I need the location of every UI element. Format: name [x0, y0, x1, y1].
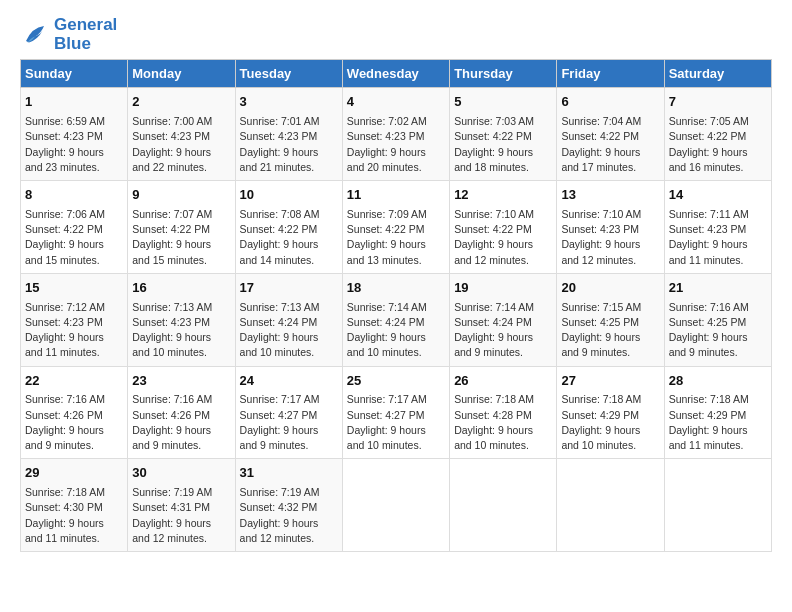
sunset-text: Sunset: 4:22 PM: [454, 223, 532, 235]
sunrise-text: Sunrise: 7:11 AM: [669, 208, 749, 220]
header-saturday: Saturday: [664, 60, 771, 88]
logo: General Blue: [20, 16, 117, 53]
daylight-text: Daylight: 9 hours and 18 minutes.: [454, 146, 533, 173]
day-number: 15: [25, 279, 123, 298]
sunrise-text: Sunrise: 7:00 AM: [132, 115, 212, 127]
daylight-text: Daylight: 9 hours and 21 minutes.: [240, 146, 319, 173]
calendar-cell: 13Sunrise: 7:10 AMSunset: 4:23 PMDayligh…: [557, 181, 664, 274]
sunset-text: Sunset: 4:25 PM: [561, 316, 639, 328]
sunset-text: Sunset: 4:22 PM: [454, 130, 532, 142]
sunset-text: Sunset: 4:22 PM: [25, 223, 103, 235]
sunrise-text: Sunrise: 7:14 AM: [347, 301, 427, 313]
sunrise-text: Sunrise: 7:12 AM: [25, 301, 105, 313]
header-sunday: Sunday: [21, 60, 128, 88]
sunrise-text: Sunrise: 7:02 AM: [347, 115, 427, 127]
sunrise-text: Sunrise: 6:59 AM: [25, 115, 105, 127]
daylight-text: Daylight: 9 hours and 9 minutes.: [669, 331, 748, 358]
day-number: 19: [454, 279, 552, 298]
sunset-text: Sunset: 4:30 PM: [25, 501, 103, 513]
calendar-cell: 16Sunrise: 7:13 AMSunset: 4:23 PMDayligh…: [128, 273, 235, 366]
calendar-cell: 19Sunrise: 7:14 AMSunset: 4:24 PMDayligh…: [450, 273, 557, 366]
sunset-text: Sunset: 4:23 PM: [561, 223, 639, 235]
sunrise-text: Sunrise: 7:03 AM: [454, 115, 534, 127]
calendar-cell: 22Sunrise: 7:16 AMSunset: 4:26 PMDayligh…: [21, 366, 128, 459]
sunset-text: Sunset: 4:23 PM: [132, 316, 210, 328]
calendar-cell: 6Sunrise: 7:04 AMSunset: 4:22 PMDaylight…: [557, 88, 664, 181]
sunset-text: Sunset: 4:23 PM: [25, 316, 103, 328]
day-number: 11: [347, 186, 445, 205]
sunset-text: Sunset: 4:29 PM: [669, 409, 747, 421]
day-number: 6: [561, 93, 659, 112]
header-tuesday: Tuesday: [235, 60, 342, 88]
daylight-text: Daylight: 9 hours and 16 minutes.: [669, 146, 748, 173]
day-number: 3: [240, 93, 338, 112]
sunrise-text: Sunrise: 7:16 AM: [132, 393, 212, 405]
sunset-text: Sunset: 4:22 PM: [240, 223, 318, 235]
logo-text: General Blue: [54, 16, 117, 53]
calendar-cell: [557, 459, 664, 552]
header-thursday: Thursday: [450, 60, 557, 88]
calendar-cell: 23Sunrise: 7:16 AMSunset: 4:26 PMDayligh…: [128, 366, 235, 459]
day-number: 26: [454, 372, 552, 391]
sunset-text: Sunset: 4:26 PM: [132, 409, 210, 421]
sunrise-text: Sunrise: 7:19 AM: [240, 486, 320, 498]
sunrise-text: Sunrise: 7:13 AM: [240, 301, 320, 313]
calendar-cell: 31Sunrise: 7:19 AMSunset: 4:32 PMDayligh…: [235, 459, 342, 552]
calendar-header-row: SundayMondayTuesdayWednesdayThursdayFrid…: [21, 60, 772, 88]
sunrise-text: Sunrise: 7:16 AM: [669, 301, 749, 313]
daylight-text: Daylight: 9 hours and 14 minutes.: [240, 238, 319, 265]
day-number: 8: [25, 186, 123, 205]
calendar-cell: 10Sunrise: 7:08 AMSunset: 4:22 PMDayligh…: [235, 181, 342, 274]
sunset-text: Sunset: 4:29 PM: [561, 409, 639, 421]
day-number: 25: [347, 372, 445, 391]
daylight-text: Daylight: 9 hours and 11 minutes.: [25, 517, 104, 544]
calendar-cell: [342, 459, 449, 552]
calendar-cell: 18Sunrise: 7:14 AMSunset: 4:24 PMDayligh…: [342, 273, 449, 366]
week-row-3: 15Sunrise: 7:12 AMSunset: 4:23 PMDayligh…: [21, 273, 772, 366]
day-number: 12: [454, 186, 552, 205]
daylight-text: Daylight: 9 hours and 9 minutes.: [561, 331, 640, 358]
header-friday: Friday: [557, 60, 664, 88]
sunrise-text: Sunrise: 7:07 AM: [132, 208, 212, 220]
header-wednesday: Wednesday: [342, 60, 449, 88]
daylight-text: Daylight: 9 hours and 15 minutes.: [132, 238, 211, 265]
daylight-text: Daylight: 9 hours and 9 minutes.: [25, 424, 104, 451]
calendar-cell: 20Sunrise: 7:15 AMSunset: 4:25 PMDayligh…: [557, 273, 664, 366]
daylight-text: Daylight: 9 hours and 10 minutes.: [561, 424, 640, 451]
daylight-text: Daylight: 9 hours and 12 minutes.: [454, 238, 533, 265]
day-number: 17: [240, 279, 338, 298]
day-number: 23: [132, 372, 230, 391]
daylight-text: Daylight: 9 hours and 10 minutes.: [347, 424, 426, 451]
calendar-cell: [664, 459, 771, 552]
daylight-text: Daylight: 9 hours and 9 minutes.: [454, 331, 533, 358]
calendar-cell: 4Sunrise: 7:02 AMSunset: 4:23 PMDaylight…: [342, 88, 449, 181]
daylight-text: Daylight: 9 hours and 17 minutes.: [561, 146, 640, 173]
header: General Blue: [20, 16, 772, 53]
calendar-cell: 21Sunrise: 7:16 AMSunset: 4:25 PMDayligh…: [664, 273, 771, 366]
day-number: 1: [25, 93, 123, 112]
sunrise-text: Sunrise: 7:10 AM: [561, 208, 641, 220]
day-number: 14: [669, 186, 767, 205]
sunset-text: Sunset: 4:22 PM: [347, 223, 425, 235]
day-number: 13: [561, 186, 659, 205]
week-row-1: 1Sunrise: 6:59 AMSunset: 4:23 PMDaylight…: [21, 88, 772, 181]
calendar-cell: 11Sunrise: 7:09 AMSunset: 4:22 PMDayligh…: [342, 181, 449, 274]
sunrise-text: Sunrise: 7:06 AM: [25, 208, 105, 220]
day-number: 22: [25, 372, 123, 391]
day-number: 5: [454, 93, 552, 112]
daylight-text: Daylight: 9 hours and 9 minutes.: [240, 424, 319, 451]
sunrise-text: Sunrise: 7:09 AM: [347, 208, 427, 220]
calendar-cell: 30Sunrise: 7:19 AMSunset: 4:31 PMDayligh…: [128, 459, 235, 552]
day-number: 9: [132, 186, 230, 205]
day-number: 7: [669, 93, 767, 112]
day-number: 16: [132, 279, 230, 298]
daylight-text: Daylight: 9 hours and 23 minutes.: [25, 146, 104, 173]
daylight-text: Daylight: 9 hours and 10 minutes.: [454, 424, 533, 451]
sunset-text: Sunset: 4:22 PM: [561, 130, 639, 142]
calendar-cell: 28Sunrise: 7:18 AMSunset: 4:29 PMDayligh…: [664, 366, 771, 459]
day-number: 28: [669, 372, 767, 391]
week-row-2: 8Sunrise: 7:06 AMSunset: 4:22 PMDaylight…: [21, 181, 772, 274]
calendar-cell: 15Sunrise: 7:12 AMSunset: 4:23 PMDayligh…: [21, 273, 128, 366]
daylight-text: Daylight: 9 hours and 12 minutes.: [240, 517, 319, 544]
daylight-text: Daylight: 9 hours and 10 minutes.: [240, 331, 319, 358]
